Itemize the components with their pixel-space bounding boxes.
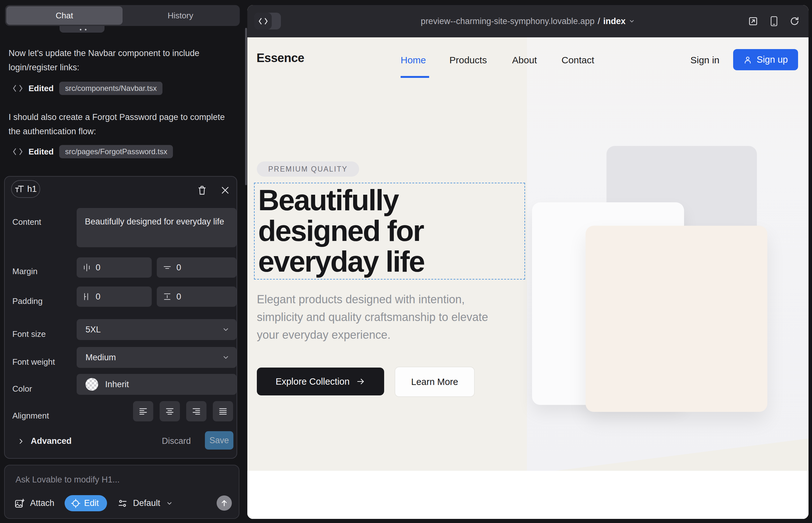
file-badge[interactable]: src/components/Navbar.tsx (59, 82, 162, 95)
color-label: Color (12, 384, 32, 394)
font-size-label: Font size (12, 329, 46, 339)
edited-file-row: Edited src/components/Navbar.tsx (13, 82, 162, 95)
target-icon (71, 499, 81, 508)
font-weight-select[interactable]: Medium (77, 347, 236, 368)
dot (80, 29, 82, 30)
scrolled-badge-partial (59, 26, 105, 33)
nav-link-home[interactable]: Home (401, 55, 426, 66)
chevron-right-icon (17, 438, 24, 445)
padding-horizontal-icon (83, 292, 91, 301)
padding-x-input[interactable]: 0 (77, 287, 152, 307)
sign-up-label: Sign up (757, 54, 788, 65)
attach-button[interactable]: Attach (30, 498, 54, 508)
url-bar[interactable]: preview--charming-site-symphony.lovable.… (247, 5, 809, 37)
chat-panel: Chat History Now let's update the Navbar… (0, 0, 247, 523)
site-logo[interactable]: Essence (257, 51, 304, 65)
padding-y-value: 0 (176, 292, 181, 302)
assistant-message: Now let's update the Navbar component to… (8, 46, 227, 75)
margin-y-value: 0 (176, 263, 181, 273)
preview-page: Essence Home Products About Contact Sign… (247, 37, 809, 519)
hero-badge: PREMIUM QUALITY (257, 161, 359, 177)
align-left-button[interactable] (133, 401, 153, 421)
edited-label: Edited (29, 147, 54, 157)
chevron-down-icon (629, 18, 635, 24)
padding-label: Padding (12, 296, 42, 306)
content-label: Content (12, 217, 41, 227)
url-domain: preview--charming-site-symphony.lovable.… (421, 16, 595, 26)
margin-label: Margin (12, 267, 37, 276)
font-size-select[interactable]: 5XL (77, 319, 236, 340)
hero-heading[interactable]: Beautifully designed for everyday life (258, 185, 508, 277)
url-separator: / (598, 16, 600, 26)
decorative-card-cream (586, 226, 767, 412)
user-icon (743, 55, 752, 64)
mode-select[interactable]: Default (133, 498, 160, 508)
close-icon[interactable] (221, 186, 230, 195)
image-plus-icon (14, 498, 24, 508)
nav-link-contact[interactable]: Contact (562, 55, 594, 66)
advanced-toggle[interactable]: Advanced (17, 436, 72, 446)
color-value: Inherit (105, 380, 129, 390)
margin-vertical-icon (163, 264, 171, 271)
chat-composer: Attach Edit Default (4, 465, 240, 519)
selected-tag-pill[interactable]: h1 (11, 180, 40, 198)
tab-chat[interactable]: Chat (6, 6, 123, 25)
element-editor-panel: h1 Content Beautifully designed for ever… (4, 176, 237, 459)
content-input[interactable]: Beautifully designed for everyday life (77, 208, 236, 247)
align-justify-button[interactable] (213, 401, 233, 421)
chevron-down-icon (222, 354, 230, 361)
browser-chrome: preview--charming-site-symphony.lovable.… (247, 5, 809, 37)
edit-mode-button[interactable]: Edit (65, 495, 107, 511)
padding-x-value: 0 (96, 292, 100, 302)
sliders-icon (118, 499, 127, 508)
send-button[interactable] (217, 495, 232, 511)
discard-button[interactable]: Discard (162, 436, 191, 446)
next-section (247, 471, 809, 519)
padding-y-input[interactable]: 0 (157, 287, 236, 307)
align-center-button[interactable] (160, 401, 180, 421)
chat-history-tabbar: Chat History (5, 5, 240, 26)
mobile-view-icon[interactable] (769, 16, 779, 26)
tab-history[interactable]: History (123, 6, 239, 25)
margin-horizontal-icon (83, 264, 91, 272)
font-weight-value: Medium (86, 353, 116, 362)
chat-scrollbar[interactable] (245, 28, 247, 185)
transparent-color-swatch (86, 378, 98, 391)
explore-collection-button[interactable]: Explore Collection (257, 367, 384, 395)
margin-y-input[interactable]: 0 (157, 257, 236, 278)
margin-x-input[interactable]: 0 (77, 257, 152, 278)
font-size-value: 5XL (86, 325, 101, 335)
alignment-label: Alignment (12, 411, 49, 421)
explore-collection-label: Explore Collection (276, 376, 350, 387)
site-navbar: Essence Home Products About Contact Sign… (247, 37, 809, 89)
url-page: index (603, 16, 626, 26)
file-badge[interactable]: src/pages/ForgotPassword.tsx (59, 145, 173, 158)
arrow-right-icon (356, 377, 366, 385)
type-icon (15, 185, 24, 193)
tag-label: h1 (27, 184, 37, 194)
arrow-up-icon (220, 499, 228, 507)
active-nav-underline (401, 76, 429, 78)
save-button[interactable]: Save (205, 431, 233, 450)
assistant-message: I should also create a Forgot Password p… (8, 110, 227, 139)
composer-input[interactable] (16, 475, 225, 491)
font-weight-label: Font weight (12, 357, 55, 367)
preview-browser: preview--charming-site-symphony.lovable.… (247, 5, 809, 519)
margin-x-value: 0 (96, 263, 100, 273)
dot (85, 29, 86, 30)
advanced-label: Advanced (31, 436, 72, 446)
align-right-button[interactable] (186, 401, 207, 421)
open-in-new-tab-icon[interactable] (748, 16, 758, 26)
delete-element-button[interactable] (197, 185, 207, 196)
lovable-app: Chat History Now let's update the Navbar… (0, 0, 812, 523)
code-icon (13, 84, 23, 92)
nav-link-about[interactable]: About (512, 55, 537, 66)
sign-up-button[interactable]: Sign up (733, 49, 798, 70)
nav-link-products[interactable]: Products (449, 55, 487, 66)
learn-more-button[interactable]: Learn More (394, 366, 475, 397)
sign-in-link[interactable]: Sign in (690, 55, 720, 66)
code-icon (13, 147, 23, 156)
color-select[interactable]: Inherit (77, 374, 236, 395)
hero-paragraph: Elegant products designed with intention… (257, 291, 497, 344)
refresh-icon[interactable] (790, 16, 800, 26)
